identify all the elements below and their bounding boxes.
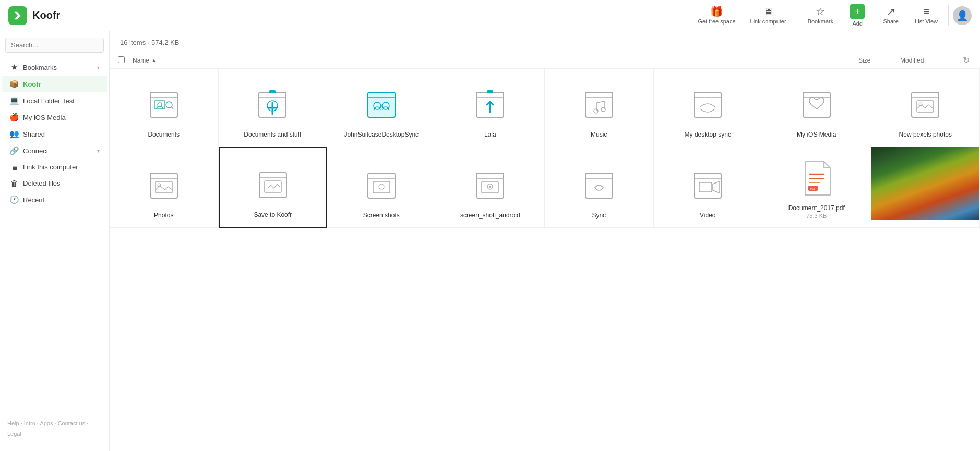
sidebar-item-koofr[interactable]: 📦 Koofr [2,76,107,92]
chevron-icon: ▾ [97,65,100,70]
folder-svg [474,167,506,204]
folder-photos[interactable]: Photos [110,147,219,228]
folder-svg [257,86,288,124]
sidebar-item-label: Shared [23,130,100,138]
svg-rect-6 [269,90,276,93]
sidebar-item-shared[interactable]: 👥 Shared [2,126,107,142]
folder-icon [692,86,723,126]
sidebar-item-local-folder[interactable]: 💻 Local Folder Test [2,92,107,109]
legal-link[interactable]: Legal [7,431,21,437]
share-button[interactable]: ↗ Share [875,3,906,28]
user-avatar[interactable]: 👤 [953,6,972,25]
folder-svg [583,167,615,204]
shared-icon: 👥 [9,129,19,139]
sidebar-item-recent[interactable]: 🕐 Recent [2,191,107,208]
items-info: 16 items · 574.2 KB [120,39,179,46]
folder-video[interactable]: Video [654,147,763,228]
folder-lala[interactable]: Lala [436,69,545,147]
laptop-icon: 💻 [9,96,19,105]
svg-rect-25 [265,181,281,192]
folder-music[interactable]: Music [545,69,654,147]
svg-point-32 [489,186,491,188]
file-landscape-photo[interactable] [871,147,981,228]
folder-save-to-koofr[interactable]: Save to Koofr [219,147,328,228]
name-column-header[interactable]: Name ▲ [133,57,858,64]
bookmarks-icon: ★ [9,63,19,72]
bookmark-button[interactable]: ☆ Bookmark [802,3,840,28]
folder-sync[interactable]: Sync [545,147,654,228]
contact-link[interactable]: Contact us [58,420,86,426]
sidebar-item-link-computer[interactable]: 🖥 Link this computer [2,159,107,175]
apps-link[interactable]: Apps [40,420,53,426]
add-button[interactable]: + Add [842,1,873,30]
thumbnail-wrapper [871,147,980,227]
file-document-pdf[interactable]: PDF Document_2017.pdf 75.3 KB [762,147,871,228]
checkbox-all[interactable] [118,56,125,63]
search-input[interactable] [5,38,104,53]
sidebar-item-label: Koofr [23,80,100,88]
folder-my-ios-media[interactable]: My iOS Media [762,69,871,147]
trash-icon: 🗑 [9,179,19,188]
svg-point-28 [379,184,384,189]
desktop-icon: 🖥 [9,163,19,172]
folder-name: Screen shots [363,212,400,219]
size-column-header[interactable]: Size [858,57,900,64]
svg-rect-33 [585,173,613,198]
link-computer-button[interactable]: 🖥 Link computer [744,3,793,28]
folder-svg [148,167,180,204]
folder-johnsuitcase[interactable]: JohnSuitcaseDesktopSync [327,69,436,147]
modified-column-header[interactable]: Modified [900,57,963,64]
folder-my-desktop-sync[interactable]: My desktop sync [654,69,763,147]
thumbnail-image [871,147,980,220]
share-label: Share [883,18,898,25]
svg-rect-21 [150,173,177,198]
folder-screen-shoti[interactable]: screen_shoti_android [436,147,545,228]
sidebar-item-bookmarks[interactable]: ★ Bookmarks ▾ [2,59,107,76]
topbar: Koofr 🎁 Get free space 🖥 Link computer ☆… [0,0,980,31]
sidebar-item-label: Deleted files [23,179,100,187]
folder-svg [366,167,397,204]
folder-icon [910,86,941,126]
folder-icon [474,86,506,126]
folder-name: New pexels photos [899,131,952,138]
folder-name: Lala [484,131,496,138]
thumbnail-label-area [871,220,980,227]
folder-name: JohnSuitcaseDesktopSync [344,131,419,138]
svg-rect-16 [694,92,721,117]
content-header: 16 items · 574.2 KB [110,31,980,52]
svg-text:PDF: PDF [810,187,816,190]
sidebar-item-label: Local Folder Test [23,97,100,105]
folder-icon [366,86,397,126]
svg-rect-35 [699,182,712,192]
sidebar-item-label: Bookmarks [23,64,93,71]
folder-name: Documents and stuff [244,131,301,138]
select-all-checkbox[interactable] [118,56,133,65]
folder-svg [583,86,615,124]
get-free-space-button[interactable]: 🎁 Get free space [691,3,742,28]
folder-svg [148,86,180,124]
folder-documents-and-stuff[interactable]: Documents and stuff [219,69,328,147]
folder-screen-shots[interactable]: Screen shots [327,147,436,228]
folder-icon [583,167,615,206]
folder-documents[interactable]: Documents [110,69,219,147]
apple-icon: 🍎 [9,113,19,122]
list-view-button[interactable]: ≡ List View [909,3,944,28]
folder-icon [801,86,832,126]
refresh-button[interactable]: ↻ [963,55,970,65]
svg-rect-8 [368,92,395,117]
svg-line-3 [171,107,173,109]
sidebar-item-ios-media[interactable]: 🍎 My iOS Media [2,109,107,126]
folder-new-pexels[interactable]: New pexels photos [871,69,981,147]
folder-svg [366,86,397,124]
help-link[interactable]: Help [7,420,19,426]
topbar-actions: 🎁 Get free space 🖥 Link computer ☆ Bookm… [691,1,972,30]
folder-name: Documents [148,131,180,138]
sidebar-item-deleted[interactable]: 🗑 Deleted files [2,175,107,191]
app-logo[interactable]: Koofr [8,6,60,25]
sidebar-item-connect[interactable]: 🔗 Connect ▾ [2,142,107,159]
folder-icon [148,86,180,126]
folder-name: Sync [592,212,606,219]
folder-svg [692,86,723,124]
svg-rect-17 [803,92,830,117]
intro-link[interactable]: Intro [24,420,35,426]
